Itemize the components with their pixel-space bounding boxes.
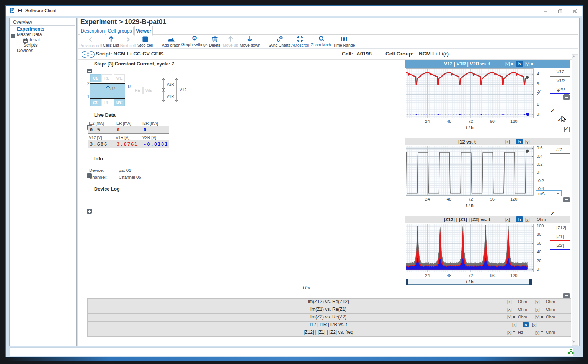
diagram-re-bottom: RE <box>101 99 112 106</box>
arrow-up-icon <box>107 35 114 42</box>
sidebar-item-material[interactable]: Material <box>23 37 40 42</box>
gear-icon: ⚙ <box>192 35 197 42</box>
row-x-unit-button[interactable]: s <box>523 322 529 327</box>
graph-settings-button[interactable]: ⚙ Graph settings <box>181 35 207 47</box>
toolbar-divider <box>78 48 578 49</box>
sidebar-item-devices[interactable]: Devices <box>17 48 33 53</box>
diagram-re-mid: RE <box>132 87 143 94</box>
chart2-legend-i12: I12 <box>556 147 562 152</box>
tab-description[interactable]: Description <box>80 27 105 35</box>
chart3-plot[interactable] <box>406 224 534 272</box>
window-glow <box>5 357 583 361</box>
restore-button[interactable] <box>554 7 566 15</box>
next-cell-button: Next cell <box>120 36 136 48</box>
minimize-button[interactable] <box>540 7 551 15</box>
axis-tick-label: 0 <box>537 170 539 175</box>
field-value-v1r: 3.6761 <box>115 140 142 148</box>
chart1-plot[interactable] <box>406 68 534 118</box>
toolbar-label: Zoom Mode <box>311 42 332 47</box>
slider-handle-right[interactable] <box>529 279 532 285</box>
magnifier-icon <box>318 35 325 42</box>
row-y-unit: Ohm <box>546 307 555 312</box>
cells-list-button[interactable]: Cells List <box>103 35 119 47</box>
tab-cell-groups[interactable]: Cell groups <box>106 27 134 35</box>
field-label-i12: I12 [mA] <box>89 121 104 126</box>
toolbar-label: Autoscroll <box>291 43 309 47</box>
vertical-scrollbar[interactable] <box>572 54 578 346</box>
cell-group-label: Cell Group: <box>385 51 414 57</box>
row-x-unit: Hz <box>518 330 523 335</box>
axis-tick-label: 100 <box>537 224 544 228</box>
scrollbar-down-icon[interactable] <box>572 340 577 343</box>
chevron-left-icon <box>87 36 94 43</box>
toolbar-label: Sync Charts <box>268 43 290 47</box>
link-icon <box>276 36 283 42</box>
row-x-eq: [x] = <box>507 307 515 312</box>
sidebar-item-experiments[interactable]: Experiments <box>17 26 44 32</box>
time-range-icon <box>341 36 348 42</box>
zoom-mode-button[interactable]: Zoom Mode <box>311 35 332 47</box>
axis-tick-label: 1 <box>537 102 539 106</box>
window-title: EL-Software Client <box>18 8 56 13</box>
legend-underline <box>550 240 570 241</box>
script-bar-bottom-divider <box>78 59 578 60</box>
autoscroll-button[interactable]: Autoscroll <box>291 36 309 47</box>
stop-cell-button[interactable]: Stop cell <box>137 36 153 47</box>
info-channel-value: Channel 05 <box>119 175 141 180</box>
area-chart-icon <box>168 36 175 42</box>
row-y-eq: [y] = <box>535 307 543 312</box>
axis-tick-label: 96 <box>490 273 495 278</box>
slider-handle-left[interactable] <box>406 279 408 285</box>
diagram-ce-bottom: CE <box>90 99 101 106</box>
chart3-collapse-button[interactable] <box>563 293 570 299</box>
page-title: Experiment > 1029-B-pat01 <box>80 18 166 26</box>
legend-underline <box>550 76 570 77</box>
step-collapse-icon[interactable] <box>87 69 92 73</box>
add-graph-button[interactable]: Add graph <box>162 36 180 47</box>
toolbar-label: Cells List <box>103 43 119 47</box>
axis-tick-label: 72 <box>468 273 473 278</box>
axis-tick-label: 0.6 <box>537 145 542 150</box>
chart2-x-eq: [x] = <box>505 139 513 144</box>
sidebar-item-scripts[interactable]: Scripts <box>23 42 38 48</box>
diagram-v12-label: V12 <box>180 88 186 92</box>
info-device-value: pat-01 <box>119 168 131 173</box>
row-x-eq: [x] = <box>507 299 515 304</box>
chart1-legend-checkbox-v12[interactable] <box>550 109 555 114</box>
title-bar <box>6 6 582 17</box>
tab-viewer[interactable]: Viewer <box>134 26 153 36</box>
script-name: Script: NCM-Li-CC-CV-GEIS <box>96 51 163 57</box>
chart2-plot[interactable] <box>406 146 534 196</box>
axis-tick-label: 0.2 <box>537 162 542 166</box>
axis-tick-label: 80 <box>537 232 541 237</box>
chart2-x-unit-button[interactable]: h <box>516 139 523 144</box>
chart3-y-unit: Ohm <box>537 217 546 222</box>
row-y-unit: Ohm <box>546 330 555 335</box>
axis-tick-label: 48 <box>447 119 451 124</box>
sync-charts-button[interactable]: Sync Charts <box>268 36 290 47</box>
delete-button[interactable]: Delete <box>209 36 220 47</box>
field-value-i1r: 0 <box>115 126 142 134</box>
axis-tick-label: 120 <box>510 197 517 201</box>
live-point-marker <box>526 76 529 79</box>
move-down-button[interactable]: Move down <box>240 35 260 47</box>
trash-icon <box>211 36 218 42</box>
script-prev-icon[interactable]: « <box>82 51 88 58</box>
sidebar-item-master-data[interactable]: Master Data <box>17 32 42 37</box>
chart2-collapse-button[interactable] <box>563 197 570 202</box>
device-log-expand-icon[interactable] <box>87 209 92 214</box>
chart3-x-unit-button[interactable]: h <box>516 216 523 222</box>
field-value-v2r: -0.0101 <box>142 140 169 148</box>
scrollbar-up-icon[interactable] <box>572 55 577 58</box>
collapse-minus-icon[interactable] <box>11 34 15 38</box>
chart1-legend-checkbox-v2r[interactable] <box>564 127 570 132</box>
chart1-x-unit-button[interactable]: h <box>516 61 523 67</box>
axis-tick-label: 120 <box>510 273 517 278</box>
script-next-icon[interactable]: » <box>88 51 95 58</box>
close-button[interactable] <box>569 7 580 15</box>
info-title: Info <box>94 156 103 162</box>
chart1-collapse-button[interactable] <box>563 94 570 100</box>
time-range-button[interactable]: Time Range <box>333 36 355 47</box>
field-label-i2r: I2R [mA] <box>142 121 158 126</box>
live-point-marker <box>526 150 529 153</box>
